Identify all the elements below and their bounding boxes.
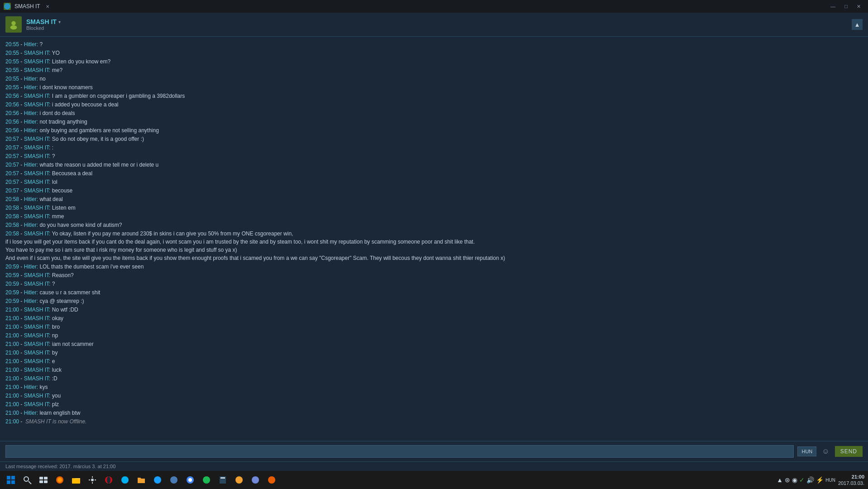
msg-text: you: [50, 393, 61, 399]
msg-sender: SMASH IT:: [24, 401, 51, 408]
svg-point-3: [10, 25, 17, 29]
msg-text: :: [50, 144, 53, 151]
msg-sender: SMASH IT:: [24, 67, 51, 73]
msg-time: 20:56: [5, 93, 19, 99]
msg-text: i dont do deals: [38, 110, 75, 116]
message-line: 20:57 - SMASH IT: Becousea a deal: [5, 169, 863, 177]
msg-text: mme: [50, 213, 64, 220]
msg-text: e: [50, 358, 55, 364]
settings-icon[interactable]: [85, 473, 100, 487]
task-view-button[interactable]: [36, 473, 51, 487]
msg-time: 20:55: [5, 58, 19, 65]
msg-time: 20:56: [5, 119, 19, 125]
contact-name[interactable]: SMASH IT: [26, 18, 57, 25]
msg-sender: SMASH IT:: [24, 170, 51, 177]
language-button[interactable]: HUN: [797, 446, 816, 456]
svg-point-2: [11, 21, 15, 25]
msg-time: 21:00: [5, 358, 19, 364]
maximize-button[interactable]: □: [841, 3, 851, 10]
msg-text: lol: [50, 179, 57, 185]
msg-text: cause u r a scammer shit: [38, 289, 100, 296]
message-line: 20:59 - Hitler: cya @ steamrep :): [5, 297, 863, 305]
lang-tray: HUN: [825, 478, 835, 483]
message-line: 20:56 - SMASH IT: i added you becouse a …: [5, 101, 863, 109]
start-button[interactable]: [4, 473, 18, 487]
last-message-text: Last message received: 2017. március 3. …: [5, 464, 115, 469]
msg-text: Becousea a deal: [50, 170, 92, 177]
msg-sender: Hitler:: [24, 410, 38, 416]
msg-sender: Hitler:: [24, 84, 38, 91]
firefox-icon[interactable]: [53, 473, 67, 487]
msg-sender: Hitler:: [24, 127, 38, 134]
app6-icon[interactable]: [232, 473, 246, 487]
message-line: 20:58 - SMASH IT: mme: [5, 212, 863, 221]
window-controls: — □ ✕: [827, 3, 864, 10]
msg-time: 20:59: [5, 281, 19, 287]
msg-sender: SMASH IT:: [24, 179, 51, 185]
clock-date: 2017.03.03.: [838, 480, 864, 486]
msg-sender: SMASH IT:: [24, 101, 51, 108]
msg-text: what deal: [38, 196, 63, 202]
msg-time: 21:00: [5, 393, 19, 399]
msg-time: 20:57: [5, 136, 19, 142]
media-icon[interactable]: [264, 473, 279, 487]
msg-sender: SMASH IT:: [24, 350, 51, 356]
message-line: 20:56 - Hitler: only buying and gamblers…: [5, 126, 863, 134]
svg-point-28: [235, 476, 243, 484]
header-right: ▲: [852, 19, 863, 30]
search-button[interactable]: [20, 473, 34, 487]
battery-icon: ⚡: [816, 476, 824, 484]
volume-icon: 🔊: [806, 476, 814, 484]
scroll-up-button[interactable]: ▲: [852, 19, 863, 30]
send-button[interactable]: SEND: [835, 446, 863, 457]
msg-text: :D: [50, 375, 57, 382]
message-line: 20:58 - Hitler: do you have some kind of…: [5, 221, 863, 229]
msg-time: 21:00: [5, 332, 19, 339]
file-explorer-icon[interactable]: [69, 473, 83, 487]
msg-time: 20:58: [5, 213, 19, 220]
steam-taskbar-icon[interactable]: [150, 473, 165, 487]
messages-area[interactable]: 20:55 - Hitler: ?20:55 - SMASH IT: YO20:…: [0, 37, 868, 441]
msg-sender: SMASH IT:: [24, 58, 51, 65]
emoji-button[interactable]: ☺: [820, 446, 831, 457]
skype-icon[interactable]: [118, 473, 132, 487]
svg-rect-12: [39, 480, 43, 483]
title-tab-close[interactable]: ✕: [44, 4, 51, 9]
minimize-button[interactable]: —: [827, 3, 839, 10]
msg-text: Listen em: [50, 205, 75, 211]
svg-point-29: [252, 476, 259, 484]
msg-time: 20:58: [5, 230, 19, 237]
msg-sender: SMASH IT:: [24, 93, 51, 99]
message-line: 20:59 - Hitler: cause u r a scammer shit: [5, 288, 863, 297]
msg-sender: SMASH IT:: [24, 375, 51, 382]
calculator-icon[interactable]: [216, 473, 230, 487]
msg-sender: Hitler:: [24, 41, 38, 48]
steam2-icon[interactable]: [167, 473, 181, 487]
chrome-icon[interactable]: [183, 473, 197, 487]
dropdown-icon[interactable]: ▾: [58, 19, 61, 24]
avatar: [5, 16, 22, 33]
opera-icon[interactable]: [101, 473, 116, 487]
message-line: 20:58 - SMASH IT: Listen em: [5, 204, 863, 212]
title-bar-title: SMASH IT: [14, 3, 40, 10]
msg-sender: SMASH IT:: [24, 205, 51, 211]
message-line: 21:00 - SMASH IT: luck: [5, 366, 863, 374]
message-line: 20:57 - SMASH IT: :: [5, 144, 863, 152]
message-line: 20:55 - SMASH IT: me?: [5, 66, 863, 74]
message-line: 20:55 - Hitler: ?: [5, 40, 863, 48]
msg-text: luck: [50, 367, 62, 373]
spotify-icon[interactable]: [199, 473, 214, 487]
folder-icon[interactable]: [134, 473, 149, 487]
discord-icon[interactable]: [248, 473, 263, 487]
message-line: 20:55 - SMASH IT: YO: [5, 49, 863, 57]
message-line: 21:00 - SMASH IT: No wtf :DD: [5, 306, 863, 314]
svg-rect-5: [11, 476, 15, 479]
msg-time: 21:00: [5, 384, 19, 390]
message-line: 20:59 - Hitler: LOL thats the dumbest sc…: [5, 263, 863, 271]
close-button[interactable]: ✕: [853, 3, 864, 10]
svg-rect-27: [221, 477, 225, 479]
svg-point-15: [58, 478, 62, 482]
msg-sender: Hitler:: [24, 264, 38, 270]
msg-text: i added you becouse a deal: [50, 101, 118, 108]
message-input[interactable]: [5, 445, 794, 458]
